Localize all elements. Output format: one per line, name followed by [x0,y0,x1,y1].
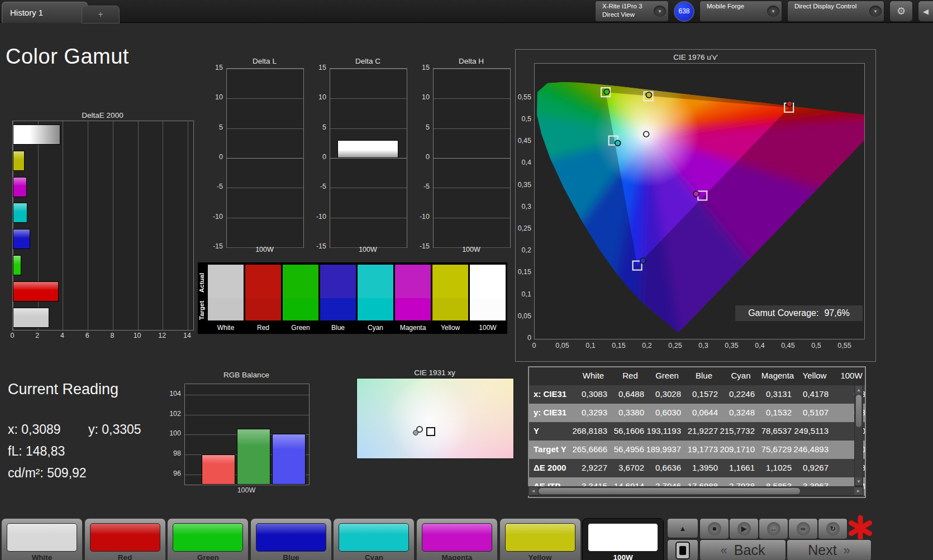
delta-y-tick: -10 [413,213,430,221]
cie1976-title: CIE 1976 u'v' [516,53,875,61]
cell: 0,9267 [792,463,829,472]
vscroll-thumb[interactable] [856,395,861,427]
scroll-down-icon[interactable]: ▼ [855,477,862,485]
stop-button[interactable]: ■ [699,518,729,539]
cie1976-y-tick: 0,45 [516,137,531,145]
target-swatch [208,298,244,320]
table-header-row: WhiteRedGreenBlueCyanMagentaYellow100W [529,367,865,386]
play-button[interactable]: ▶ [729,518,759,539]
cie1976-x-tick: 0,3 [695,342,712,350]
pattern-button-blue[interactable]: Blue [250,518,332,560]
gamut-coverage-value: 97,6% [824,308,849,318]
pattern-swatch [505,523,575,552]
pattern-button-100w[interactable]: 100W [582,518,664,560]
delta-y-tick: -10 [310,213,326,221]
deltae-x-tick: 12 [158,332,166,339]
delta-gridline [330,98,407,99]
target-swatch [245,298,281,320]
cell: 0,3380 [607,408,644,417]
delta-gridline [330,128,407,129]
cie1976-y-tick: 0,25 [516,224,531,232]
current-reading-cd: cd/m²: 509,92 [8,466,87,481]
delta-y-tick: -5 [413,183,430,190]
collapse-panel-button[interactable]: ◀ [918,1,933,22]
swatch-column-cyan: Cyan [358,265,393,320]
tab-history-1[interactable]: History 1 [2,2,88,23]
display-control-dropdown[interactable]: Direct Display Control ▼ [787,1,884,22]
cie1931-chart [356,378,514,459]
settings-button[interactable]: ⚙ [889,1,913,22]
actual-swatch [208,265,244,298]
cie1976-y-tick: 0 [516,334,531,342]
rgb-bar-blue [272,434,306,485]
hscroll-thumb[interactable] [539,488,800,494]
delta-x-label: 100W [330,246,406,253]
gamut-coverage-label: Gamut Coverage: [748,308,818,318]
gear-icon: ⚙ [897,5,906,17]
refresh-button[interactable]: ↻ [818,518,848,539]
rgb-y-tick: 102 [163,410,181,418]
actual-swatch [395,265,431,298]
cell: 0,3131 [755,389,792,399]
cell: 0,3248 [718,408,755,417]
pattern-swatch [588,523,658,552]
new-tab-button[interactable]: + [82,6,120,23]
measure-span-button[interactable]: ↔ [759,518,788,539]
cie1931-title: CIE 1931 xy [356,368,513,377]
row-label: Target Y [534,444,567,454]
stop-icon: ■ [708,522,721,535]
loop-button[interactable]: ∞ [788,518,818,539]
delta-y-tick: 15 [310,64,326,71]
cell: 56,4956 [607,444,644,454]
pattern-button-red[interactable]: Red [84,518,166,560]
cell: 0,3083 [570,389,607,399]
scroll-left-icon[interactable]: ◄ [529,487,537,495]
scroll-up-icon[interactable]: ▲ [855,386,862,394]
swatch-label: Blue [320,324,356,332]
deltae-2000-chart [12,121,194,331]
pattern-window-up-button[interactable]: ▲ [667,518,698,538]
deltae-x-tick: 14 [183,332,191,339]
current-reading-fl: fL: 148,83 [8,444,65,459]
pattern-window-button[interactable] [667,539,698,560]
delta-y-tick: 0 [413,153,430,161]
table-vertical-scrollbar[interactable]: ▲ ▼ [854,385,863,486]
pattern-source-dropdown[interactable]: Mobile Forge ▼ [699,1,782,22]
meter-dropdown[interactable]: X-Rite i1Pro 3 Direct View ▼ [595,1,669,22]
target-swatch [395,298,431,320]
pattern-button-label: Red [85,553,165,560]
pattern-button-label: Cyan [334,553,414,560]
back-button[interactable]: « Back [699,539,786,560]
row-label: ΔE 2000 [534,463,566,472]
cie1976-x-tick: 0,5 [808,342,825,350]
deltae-gridline [88,121,88,330]
swatch-column-green: Green [283,265,318,320]
delta-gridline [227,98,303,99]
deltae-bar-cyan [13,203,27,223]
delta-y-tick: -15 [310,242,326,250]
current-reading-title: Current Reading [8,381,118,398]
pattern-button-green[interactable]: Green [167,518,249,560]
delta-gridline [434,188,510,188]
next-button[interactable]: Next » [787,539,872,560]
table-horizontal-scrollbar[interactable]: ◄ ► [528,486,864,496]
meter-count-badge[interactable]: 638 [674,1,694,22]
pattern-button-yellow[interactable]: Yellow [499,518,581,560]
rgb-bar-green [237,429,270,485]
tab-label: History 1 [10,8,43,17]
deltae-bar-magenta [13,177,27,197]
target-swatch [470,298,506,320]
deltae-x-tick: 2 [35,332,39,339]
pattern-button-cyan[interactable]: Cyan [333,518,415,560]
cell: 21,9227 [681,426,718,435]
cell: 0,1572 [681,389,718,399]
scroll-right-icon[interactable]: ► [854,487,863,495]
cie1976-x-tick: 0,25 [667,342,684,350]
row-label: Y [534,426,539,435]
pattern-button-magenta[interactable]: Magenta [416,518,498,560]
cell: 0,1532 [755,408,792,417]
delta-gridline [227,218,303,218]
swatch-column-blue: Blue [320,265,356,320]
pattern-button-white[interactable]: White [1,518,83,560]
rgb-y-tick: 98 [163,449,181,457]
